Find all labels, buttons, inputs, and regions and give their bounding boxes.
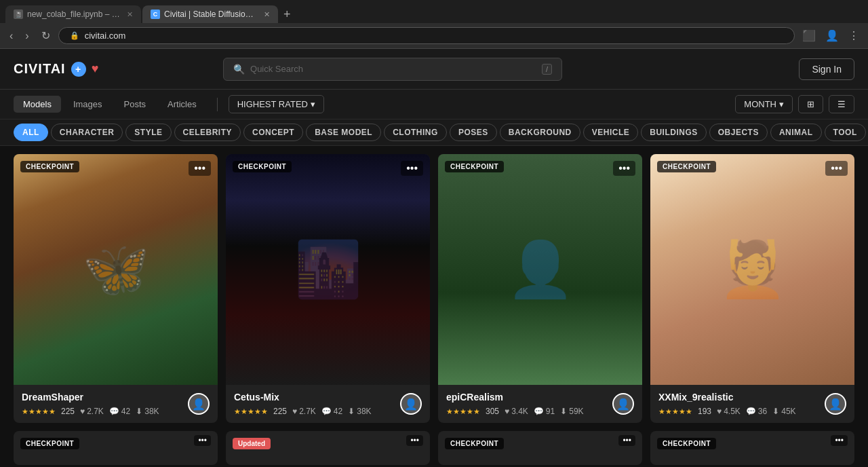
checkpoint-badge-epicrealism: CHECKPOINT: [445, 161, 504, 172]
card-downloads-dreamshaper: ⬇38K: [136, 407, 159, 416]
category-tool[interactable]: TOOL: [825, 124, 866, 141]
tab-articles[interactable]: Articles: [158, 96, 206, 113]
checkpoint-badge-p3: CHECKPOINT: [445, 438, 504, 449]
category-clothing[interactable]: CLOTHING: [384, 124, 447, 141]
card-info-dreamshaper: DreamShaper★★★★★225♥2.7K💬42⬇38K: [14, 385, 218, 423]
category-objects[interactable]: OBJECTS: [709, 124, 768, 141]
partial-card-p1[interactable]: CHECKPOINT•••: [14, 431, 218, 465]
model-card-cetus-mix[interactable]: 🌆CHECKPOINT•••👤Cetus-Mix★★★★★225♥2.7K💬42…: [226, 154, 430, 423]
search-slash: /: [542, 64, 552, 75]
category-base_model[interactable]: BASE MODEL: [306, 124, 381, 141]
partial-row: CHECKPOINT•••Updated•••CHECKPOINT•••CHEC…: [0, 431, 868, 467]
tab-images[interactable]: Images: [64, 96, 112, 113]
logo[interactable]: CIVITAI + ♥: [14, 61, 99, 77]
extensions-button[interactable]: ⬛: [799, 28, 819, 43]
card-menu-cetus-mix[interactable]: •••: [401, 161, 423, 176]
category-all[interactable]: ALL: [14, 124, 48, 141]
card-name-cetus-mix: Cetus-Mix: [234, 392, 422, 403]
card-name-xxmix9realistic: XXMix_9realistic: [658, 392, 846, 403]
tab-close-colab[interactable]: ✕: [127, 10, 133, 19]
tab-civitai[interactable]: C Civitai | Stable Diffusion models... ✕: [142, 5, 278, 23]
category-animal[interactable]: ANIMAL: [770, 124, 822, 141]
heart-icon: ♥: [80, 407, 85, 416]
card-downloads-xxmix9realistic: ⬇45K: [772, 407, 795, 416]
logo-text: CIVITAI: [14, 61, 66, 77]
category-style[interactable]: STYLE: [125, 124, 171, 141]
tab-models[interactable]: Models: [14, 96, 61, 113]
comment-icon: 💬: [746, 407, 756, 416]
back-button[interactable]: ‹: [5, 29, 17, 43]
tab-close-civitai[interactable]: ✕: [264, 10, 270, 19]
category-character[interactable]: CHARACTER: [51, 124, 123, 141]
updated-badge-p2: Updated: [233, 438, 271, 449]
layout-icon-button[interactable]: ☰: [829, 95, 854, 113]
category-buildings[interactable]: BUILDINGS: [641, 124, 707, 141]
card-downloads-epicrealism: ⬇59K: [560, 407, 583, 416]
search-placeholder: Quick Search: [250, 64, 303, 74]
card-comments-xxmix9realistic: 💬36: [746, 407, 767, 416]
checkpoint-badge-xxmix9realistic: CHECKPOINT: [657, 161, 716, 172]
partial-card-menu-p1[interactable]: •••: [194, 435, 211, 446]
reload-button[interactable]: ↻: [37, 28, 54, 43]
category-celebrity[interactable]: CELEBRITY: [174, 124, 241, 141]
download-icon: ⬇: [136, 407, 142, 416]
sort-label: HIGHEST RATED: [237, 99, 308, 109]
card-comments-epicrealism: 💬91: [534, 407, 555, 416]
sign-in-button[interactable]: Sign In: [799, 58, 854, 80]
address-bar[interactable]: 🔒 civitai.com: [58, 27, 795, 44]
profile-button[interactable]: 👤: [822, 28, 842, 43]
card-menu-dreamshaper[interactable]: •••: [189, 161, 211, 176]
download-icon: ⬇: [348, 407, 355, 416]
partial-card-menu-p2[interactable]: •••: [406, 435, 423, 446]
nav-bar: ‹ › ↻ 🔒 civitai.com ⬛ 👤 ⋮: [0, 23, 868, 48]
filter-divider: [217, 98, 218, 111]
nav-actions: ⬛ 👤 ⋮: [799, 28, 863, 43]
category-vehicle[interactable]: VEHICLE: [583, 124, 639, 141]
model-card-xxmix9realistic[interactable]: 💆CHECKPOINT•••👤XXMix_9realistic★★★★★193♥…: [650, 154, 854, 423]
heart-icon: ♥: [505, 407, 509, 416]
filter-bar: Models Images Posts Articles HIGHEST RAT…: [0, 90, 868, 119]
month-button[interactable]: MONTH ▾: [735, 95, 793, 113]
new-tab-button[interactable]: +: [279, 7, 295, 22]
category-poses[interactable]: POSES: [450, 124, 497, 141]
comment-icon: 💬: [534, 407, 544, 416]
checkpoint-badge-cetus-mix: CHECKPOINT: [233, 161, 292, 172]
card-stats-cetus-mix: ★★★★★225♥2.7K💬42⬇38K: [234, 407, 422, 416]
card-image-cetus-mix: 🌆CHECKPOINT•••👤: [226, 154, 430, 385]
model-grid: 🦋CHECKPOINT•••👤DreamShaper★★★★★225♥2.7K💬…: [0, 146, 868, 431]
browser-chrome: 📓 new_colab_file.ipynb – Collabora... ✕ …: [0, 0, 868, 49]
partial-card-p2[interactable]: Updated•••: [226, 431, 430, 465]
card-stats-xxmix9realistic: ★★★★★193♥4.5K💬36⬇45K: [658, 407, 846, 416]
partial-card-menu-p4[interactable]: •••: [831, 435, 848, 446]
search-icon: 🔍: [233, 64, 245, 75]
category-concept[interactable]: CONCEPT: [243, 124, 303, 141]
logo-heart-icon[interactable]: ♥: [92, 62, 100, 76]
card-comments-cetus-mix: 💬42: [321, 407, 342, 416]
card-menu-xxmix9realistic[interactable]: •••: [825, 161, 848, 176]
partial-card-p3[interactable]: CHECKPOINT•••: [438, 431, 642, 465]
tab-posts[interactable]: Posts: [115, 96, 156, 113]
card-info-epicrealism: epiCRealism★★★★★305♥3.4K💬91⬇59K: [438, 385, 642, 423]
more-button[interactable]: ⋮: [845, 28, 863, 43]
sort-button[interactable]: HIGHEST RATED ▾: [229, 95, 324, 113]
forward-button[interactable]: ›: [21, 29, 33, 43]
tab-bar: 📓 new_colab_file.ipynb – Collabora... ✕ …: [0, 0, 868, 23]
card-stars-xxmix9realistic: ★★★★★: [658, 407, 692, 416]
tab-colab[interactable]: 📓 new_colab_file.ipynb – Collabora... ✕: [5, 5, 141, 23]
partial-card-p4[interactable]: CHECKPOINT•••: [650, 431, 854, 465]
model-card-epicrealism[interactable]: 👤CHECKPOINT•••👤epiCRealism★★★★★305♥3.4K💬…: [438, 154, 642, 423]
partial-card-menu-p3[interactable]: •••: [618, 435, 635, 446]
filter-icon-button[interactable]: ⊞: [798, 95, 823, 113]
card-menu-epicrealism[interactable]: •••: [613, 161, 635, 176]
card-name-epicrealism: epiCRealism: [446, 392, 634, 403]
site-header: CIVITAI + ♥ 🔍 Quick Search / Sign In: [0, 49, 868, 90]
category-background[interactable]: BACKGROUND: [500, 124, 580, 141]
model-card-dreamshaper[interactable]: 🦋CHECKPOINT•••👤DreamShaper★★★★★225♥2.7K💬…: [14, 154, 218, 423]
month-label: MONTH: [744, 99, 776, 109]
comment-icon: 💬: [321, 407, 332, 416]
card-image-dreamshaper: 🦋CHECKPOINT•••👤: [14, 154, 218, 385]
card-rating-count-dreamshaper: 225: [61, 407, 75, 416]
search-bar[interactable]: 🔍 Quick Search /: [223, 58, 562, 81]
logo-plus-button[interactable]: +: [71, 62, 86, 77]
card-stats-dreamshaper: ★★★★★225♥2.7K💬42⬇38K: [22, 407, 210, 416]
